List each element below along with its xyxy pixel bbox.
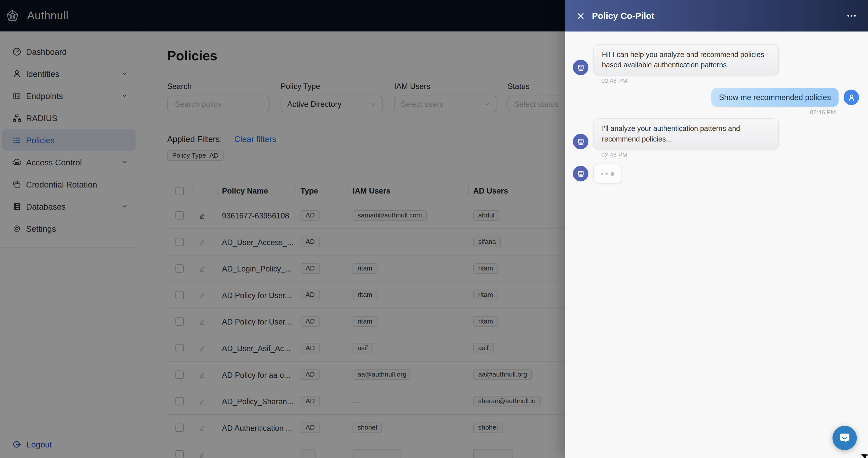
user-message-bubble: Show me recommended policies xyxy=(711,88,839,107)
more-options-icon[interactable] xyxy=(848,13,856,19)
drawer-title: Policy Co-Pilot xyxy=(592,11,654,21)
policy-copilot-drawer: Policy Co-Pilot Hi! I can help you analy… xyxy=(565,0,868,458)
bot-avatar-icon xyxy=(573,166,589,182)
message-timestamp: 02:46 PM xyxy=(601,152,859,158)
bot-typing xyxy=(573,164,859,184)
chat-bubble-icon xyxy=(838,431,851,445)
bot-message-bubble: Hi! I can help you analyze and recommend… xyxy=(593,44,779,75)
user-avatar-icon xyxy=(844,90,859,105)
bot-message-bubble: I'll analyze your authentication pattern… xyxy=(593,119,779,149)
user-message: Show me recommended policies xyxy=(573,88,859,107)
bot-message: I'll analyze your authentication pattern… xyxy=(573,119,859,149)
message-timestamp: 02:46 PM xyxy=(573,109,836,116)
bot-message: Hi! I can help you analyze and recommend… xyxy=(573,44,859,75)
close-icon[interactable] xyxy=(577,11,585,20)
bot-avatar-icon xyxy=(573,60,589,75)
chat-area: Hi! I can help you analyze and recommend… xyxy=(565,31,868,458)
drawer-header: Policy Co-Pilot xyxy=(565,0,868,31)
bot-avatar-icon xyxy=(573,134,589,149)
message-timestamp: 02:46 PM xyxy=(601,77,859,84)
app: Authnull Dashboard Identities xyxy=(0,0,868,458)
typing-indicator xyxy=(593,164,622,184)
screen: Authnull Dashboard Identities xyxy=(0,0,868,458)
